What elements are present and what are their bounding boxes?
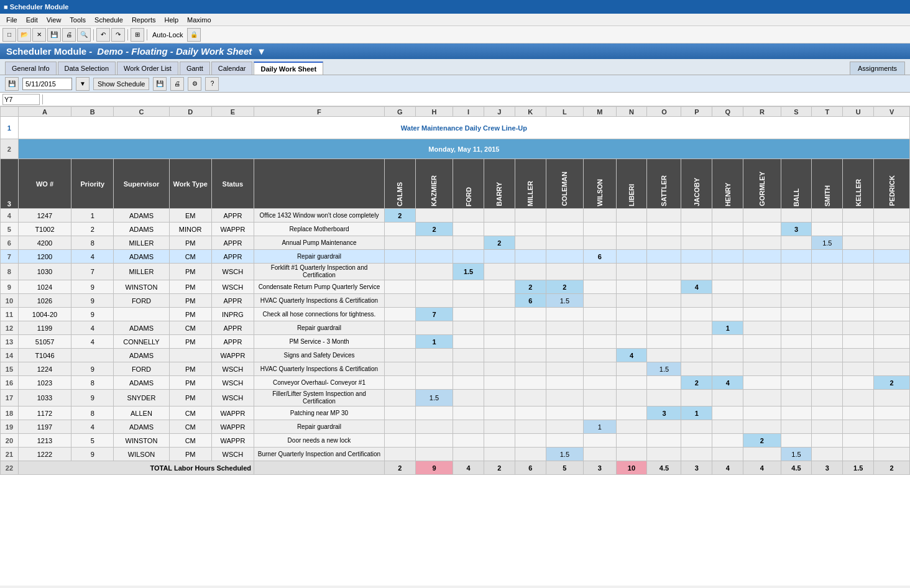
sep1 [93,29,94,40]
table-row: 16 1023 8 ADAMS PM WSCH Conveyor Overhau… [1,376,910,390]
scheduler-demo-text: Demo - Floating - Daily Work Sheet [97,46,252,57]
date-save-icon[interactable]: 💾 [5,77,19,91]
col-a[interactable]: A [18,107,71,117]
menu-maximo[interactable]: Maximo [183,15,215,25]
col-d[interactable]: D [169,107,211,117]
table-row: 14 T1046 ADAMS WAPPR Signs and Safety De… [1,349,910,362]
col-h[interactable]: H [415,107,453,117]
col-header-row: A B C D E F G H I J K L M N O P Q R S T [1,107,910,117]
tab-general-info[interactable]: General Info [5,62,57,75]
hdr-smith: SMITH [812,159,843,209]
col-p[interactable]: P [681,107,712,117]
column-header-row: 3 WO # Priority Supervisor Work Type Sta… [1,159,910,209]
hdr-miller: MILLER [515,159,546,209]
hdr-sattler: SATTLER [647,159,681,209]
col-j[interactable]: J [484,107,515,117]
col-v[interactable]: V [874,107,910,117]
hdr-gormley: GORMLEY [743,159,781,209]
col-c[interactable]: C [114,107,169,117]
hdr-barry: BARRY [484,159,515,209]
date-dropdown[interactable]: ▼ [76,77,90,91]
tab-calendar[interactable]: Calendar [211,62,253,75]
hdr-priority: Priority [71,159,114,209]
menu-tools[interactable]: Tools [66,15,90,25]
date-input[interactable] [22,78,72,90]
hdr-desc [254,159,385,209]
sep3 [147,29,147,40]
tab-gantt[interactable]: Gantt [180,62,210,75]
menu-view[interactable]: View [43,15,65,25]
new-btn[interactable]: □ [2,28,16,42]
menu-file[interactable]: File [2,15,21,25]
undo-btn[interactable]: ↶ [96,28,110,42]
col-n[interactable]: N [616,107,647,117]
scheduler-title-prefix: Scheduler Module - [6,46,92,57]
sep2 [127,29,128,40]
date-icon3[interactable]: ⚙ [188,77,201,91]
col-o[interactable]: O [647,107,681,117]
search-btn[interactable]: 🔍 [77,28,91,42]
save-btn[interactable]: 💾 [47,28,61,42]
date-help[interactable]: ? [205,77,219,91]
col-r[interactable]: R [743,107,781,117]
menu-reports[interactable]: Reports [128,15,160,25]
hdr-work-type: Work Type [169,159,211,209]
spreadsheet-grid: A B C D E F G H I J K L M N O P Q R S T [0,106,910,475]
col-g[interactable]: G [384,107,415,117]
hdr-kazmier: KAZMIER [415,159,453,209]
hdr-coleman: COLEMAN [546,159,583,209]
title-row-2: 2 Monday, May 11, 2015 [1,139,910,159]
spreadsheet-container[interactable]: A B C D E F G H I J K L M N O P Q R S T [0,106,910,586]
date-icon1[interactable]: 💾 [153,77,167,91]
hdr-liberi: LIBERI [616,159,647,209]
hdr-keller: KELLER [843,159,874,209]
menu-bar: File Edit View Tools Schedule Reports He… [0,14,910,26]
col-i[interactable]: I [453,107,484,117]
col-b[interactable]: B [71,107,114,117]
redo-btn[interactable]: ↷ [111,28,125,42]
name-box[interactable] [2,94,40,105]
col-t[interactable]: T [812,107,843,117]
total-label: TOTAL Labor Hours Scheduled [18,461,254,475]
tab-data-selection[interactable]: Data Selection [58,62,116,75]
col-q[interactable]: Q [712,107,743,117]
menu-help[interactable]: Help [160,15,182,25]
formula-bar [0,93,910,106]
table-row: 7 1200 4 ADAMS CM APPR Repair guardrail … [1,250,910,264]
tab-daily-work-sheet[interactable]: Daily Work Sheet [254,62,323,75]
show-schedule-btn[interactable]: Show Schedule [93,78,149,90]
date-icon2[interactable]: 🖨 [170,77,184,91]
table-row: 12 1199 4 ADAMS CM APPR Repair guardrail… [1,321,910,335]
hdr-jacoby: JACOBY [681,159,712,209]
table-row: 20 1213 5 WINSTON CM WAPPR Door needs a … [1,434,910,448]
title-bar: ■ Scheduler Module [0,0,910,14]
formula-sep [42,94,43,104]
table-row: 17 1033 9 SNYDER PM WSCH Filler/Lifter S… [1,390,910,407]
col-u[interactable]: U [843,107,874,117]
toolbar: □ 📂 ✕ 💾 🖨 🔍 ↶ ↷ ⊞ Auto-Lock 🔒 [0,26,910,44]
scheduler-dropdown[interactable]: ▼ [257,46,266,57]
title-row-1: 1 Water Maintenance Daily Crew Line-Up [1,117,910,139]
lock-icon[interactable]: 🔒 [187,28,201,42]
title-cell-2: Monday, May 11, 2015 [18,139,909,159]
col-m[interactable]: M [584,107,616,117]
hdr-henry: HENRY [712,159,743,209]
col-l[interactable]: L [546,107,583,117]
table-row: 13 51057 4 CONNELLY PM APPR PM Service -… [1,335,910,349]
menu-schedule[interactable]: Schedule [91,15,127,25]
mode-btn[interactable]: ⊞ [131,28,144,42]
menu-edit[interactable]: Edit [22,15,42,25]
open-btn[interactable]: 📂 [17,28,31,42]
close-btn[interactable]: ✕ [32,28,46,42]
tab-work-order-list[interactable]: Work Order List [117,62,178,75]
table-row: 4 1247 1 ADAMS EM APPR Office 1432 Windo… [1,209,910,223]
col-e[interactable]: E [211,107,254,117]
print-btn[interactable]: 🖨 [62,28,76,42]
scheduler-header: Scheduler Module - Demo - Floating - Dai… [0,44,910,59]
table-row: 10 1026 9 FORD PM APPR HVAC Quarterly In… [1,294,910,308]
table-row: 18 1172 8 ALLEN CM WAPPR Patching near M… [1,407,910,420]
col-f[interactable]: F [254,107,385,117]
col-k[interactable]: K [515,107,546,117]
col-s[interactable]: S [781,107,812,117]
tab-assignments[interactable]: Assignments [850,62,905,75]
